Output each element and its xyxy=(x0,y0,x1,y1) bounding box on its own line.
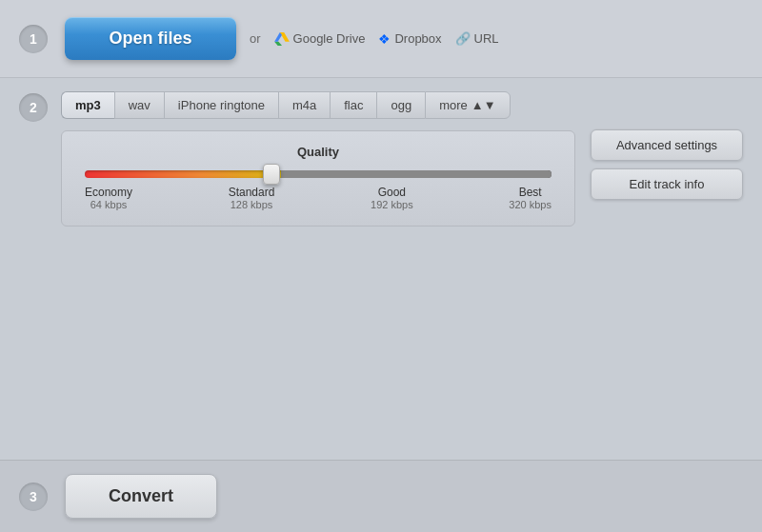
dropbox-label: Dropbox xyxy=(394,31,441,46)
quality-marker-economy: Economy 64 kbps xyxy=(85,186,132,210)
quality-slider-track-right xyxy=(281,170,551,178)
step-3-circle: 3 xyxy=(19,483,48,511)
step-2-circle: 2 xyxy=(19,93,48,122)
section-1: 1 Open files or Google Drive ❖ Dropbox 🔗… xyxy=(0,0,762,78)
url-link[interactable]: 🔗 URL xyxy=(455,31,499,46)
tab-more[interactable]: more ▲▼ xyxy=(425,91,510,119)
quality-box: Quality Economy 64 kbps Standard 128 kbp… xyxy=(61,130,575,227)
economy-kbps: 64 kbps xyxy=(85,199,132,210)
tab-wav[interactable]: wav xyxy=(114,91,164,119)
google-drive-link[interactable]: Google Drive xyxy=(274,31,366,46)
section-2: 2 mp3 wav iPhone ringtone m4a flac ogg m… xyxy=(0,78,762,460)
google-drive-icon xyxy=(274,32,290,46)
good-name: Good xyxy=(371,186,413,199)
tab-ogg[interactable]: ogg xyxy=(376,91,425,119)
quality-markers: Economy 64 kbps Standard 128 kbps Good 1… xyxy=(81,186,555,210)
google-drive-label: Google Drive xyxy=(293,31,366,46)
url-icon: 🔗 xyxy=(455,31,471,46)
url-label: URL xyxy=(474,31,499,46)
more-label: more xyxy=(439,98,468,112)
quality-marker-good: Good 192 kbps xyxy=(371,186,413,210)
cloud-links: Google Drive ❖ Dropbox 🔗 URL xyxy=(274,31,499,47)
chevron-down-icon: ▲▼ xyxy=(471,98,496,112)
convert-button[interactable]: Convert xyxy=(65,474,217,519)
tab-m4a[interactable]: m4a xyxy=(278,91,330,119)
open-files-button[interactable]: Open files xyxy=(65,17,236,60)
section-3: 3 Convert xyxy=(0,460,762,532)
quality-label: Quality xyxy=(81,145,555,159)
quality-slider-container xyxy=(81,170,555,178)
app-container: 1 Open files or Google Drive ❖ Dropbox 🔗… xyxy=(0,0,762,532)
advanced-settings-button[interactable]: Advanced settings xyxy=(591,129,743,161)
economy-name: Economy xyxy=(85,186,132,199)
best-name: Best xyxy=(509,186,551,199)
quality-slider-track xyxy=(85,170,551,178)
standard-name: Standard xyxy=(229,186,275,199)
quality-marker-best: Best 320 kbps xyxy=(509,186,551,210)
or-text: or xyxy=(250,31,261,46)
good-kbps: 192 kbps xyxy=(371,199,413,210)
step-1-circle: 1 xyxy=(19,25,48,53)
edit-track-info-button[interactable]: Edit track info xyxy=(591,168,743,200)
tab-flac[interactable]: flac xyxy=(330,91,376,119)
right-buttons-panel: Advanced settings Edit track info xyxy=(591,129,743,200)
dropbox-link[interactable]: ❖ Dropbox xyxy=(378,31,441,47)
standard-kbps: 128 kbps xyxy=(229,199,275,210)
format-quality-panel: mp3 wav iPhone ringtone m4a flac ogg mor… xyxy=(61,91,575,227)
tab-mp3[interactable]: mp3 xyxy=(61,91,114,119)
tab-iphone-ringtone[interactable]: iPhone ringtone xyxy=(164,91,278,119)
quality-marker-standard: Standard 128 kbps xyxy=(229,186,275,210)
best-kbps: 320 kbps xyxy=(509,199,551,210)
svg-marker-2 xyxy=(274,32,282,42)
format-tabs: mp3 wav iPhone ringtone m4a flac ogg mor… xyxy=(61,91,575,119)
quality-slider-thumb[interactable] xyxy=(263,164,280,185)
dropbox-icon: ❖ xyxy=(378,31,391,47)
